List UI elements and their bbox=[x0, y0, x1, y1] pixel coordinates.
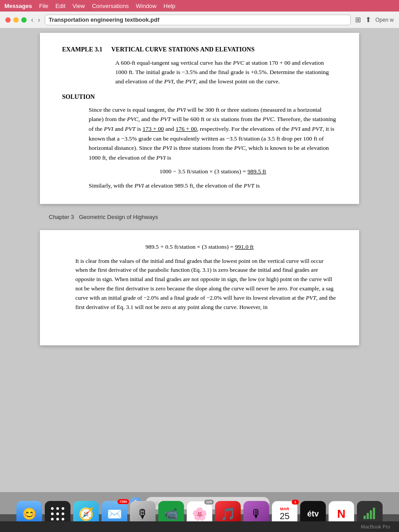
svg-point-0 bbox=[51, 507, 54, 510]
grid-icon[interactable]: ⊞ bbox=[355, 16, 361, 24]
finder-icon: 😊 bbox=[22, 507, 36, 521]
menubar-help[interactable]: Help bbox=[164, 3, 176, 9]
launchpad-icon bbox=[50, 506, 66, 522]
forward-button[interactable]: › bbox=[38, 16, 40, 24]
formula-2: 989.5 + 0.5 ft/station × (3 stations) = … bbox=[62, 243, 337, 250]
page-1: EXAMPLE 3.1 VERTICAL CURVE STATIONS AND … bbox=[40, 33, 359, 204]
page2-text: It is clear from the values of the initi… bbox=[75, 257, 337, 312]
safari-icon: 🧭 bbox=[78, 507, 94, 521]
svg-point-1 bbox=[56, 507, 59, 510]
appletv-icon: étv bbox=[307, 509, 319, 519]
page-2: 989.5 + 0.5 ft/station × (3 stations) = … bbox=[40, 230, 359, 345]
scroll-container[interactable]: EXAMPLE 3.1 VERTICAL CURVE STATIONS AND … bbox=[0, 28, 399, 492]
chapter-label: Chapter 3 Geometric Design of Highways bbox=[49, 214, 158, 220]
siri-icon: 🎙 bbox=[137, 507, 149, 521]
signal-bars-icon bbox=[363, 507, 377, 521]
svg-rect-11 bbox=[370, 510, 372, 519]
similarly-text: Similarly, with the PVI at elevation 989… bbox=[89, 181, 337, 191]
svg-point-8 bbox=[62, 518, 64, 520]
svg-point-5 bbox=[62, 512, 64, 515]
calendar-month: MAR bbox=[280, 507, 289, 511]
example-label: EXAMPLE 3.1 bbox=[62, 46, 102, 53]
example-title: VERTICAL CURVE STATIONS AND ELEVATIONS bbox=[111, 46, 254, 53]
photos-icon: 🌸 bbox=[192, 507, 207, 521]
share-icon[interactable]: ⬆ bbox=[365, 16, 371, 24]
maximize-button[interactable] bbox=[21, 17, 27, 23]
example-header: EXAMPLE 3.1 VERTICAL CURVE STATIONS AND … bbox=[62, 46, 337, 53]
calendar-badge: 1 bbox=[292, 500, 299, 505]
problem-content: A 600-ft equal-tangent sag vertical curv… bbox=[115, 59, 329, 85]
close-button[interactable] bbox=[5, 17, 11, 23]
solution-para: Since the curve is equal tangent, the PV… bbox=[89, 105, 337, 163]
chapter-footer: Chapter 3 Geometric Design of Highways bbox=[40, 209, 359, 225]
svg-point-7 bbox=[56, 518, 59, 520]
solution-label: SOLUTION bbox=[62, 94, 337, 101]
photos-badge: 125 bbox=[204, 500, 214, 505]
svg-rect-12 bbox=[373, 508, 375, 519]
menubar-edit[interactable]: Edit bbox=[55, 3, 65, 9]
minimize-button[interactable] bbox=[13, 17, 19, 23]
svg-point-6 bbox=[51, 518, 54, 520]
menubar-file[interactable]: File bbox=[39, 3, 48, 9]
svg-point-2 bbox=[62, 507, 64, 510]
open-with-button[interactable]: Open w bbox=[376, 17, 394, 23]
browser-toolbar: ‹ › Transportation engineering textbook.… bbox=[0, 12, 399, 28]
podcasts-icon: 🎙 bbox=[250, 507, 262, 521]
macbook-label: MacBook Pro bbox=[361, 524, 390, 529]
back-button[interactable]: ‹ bbox=[31, 16, 33, 24]
traffic-lights bbox=[5, 17, 27, 23]
menubar-messages[interactable]: Messages bbox=[4, 3, 32, 9]
mail-badge: 7280 bbox=[117, 499, 129, 504]
macbook-bar: MacBook Pro bbox=[0, 521, 399, 532]
svg-rect-10 bbox=[367, 513, 369, 519]
facetime-icon: 📹 bbox=[164, 507, 178, 521]
music-icon: 🎵 bbox=[220, 507, 236, 521]
filename-label: Transportation engineering textbook.pdf bbox=[49, 16, 160, 23]
formula-1: 1000 − 3.5 ft/station × (3 stations) = 9… bbox=[89, 167, 337, 176]
main-content: EXAMPLE 3.1 VERTICAL CURVE STATIONS AND … bbox=[0, 28, 399, 492]
svg-point-4 bbox=[56, 512, 59, 515]
svg-rect-9 bbox=[364, 516, 366, 519]
menubar-view[interactable]: View bbox=[73, 3, 85, 9]
solution-body: Since the curve is equal tangent, the PV… bbox=[89, 105, 337, 191]
calendar-day: 25 bbox=[280, 511, 289, 521]
svg-point-3 bbox=[51, 512, 54, 515]
page2-body: It is clear from the values of the initi… bbox=[75, 257, 337, 312]
news-icon: N bbox=[337, 507, 346, 521]
toolbar-icons: ⊞ ⬆ Open w bbox=[355, 16, 394, 24]
filename-bar: Transportation engineering textbook.pdf bbox=[45, 15, 351, 25]
menubar-window[interactable]: Window bbox=[136, 3, 156, 9]
mail-icon: ✉️ bbox=[107, 507, 122, 521]
menubar-conversations[interactable]: Conversations bbox=[92, 3, 129, 9]
menubar: Messages File Edit View Conversations Wi… bbox=[0, 0, 399, 12]
problem-text: A 600-ft equal-tangent sag vertical curv… bbox=[115, 59, 337, 86]
